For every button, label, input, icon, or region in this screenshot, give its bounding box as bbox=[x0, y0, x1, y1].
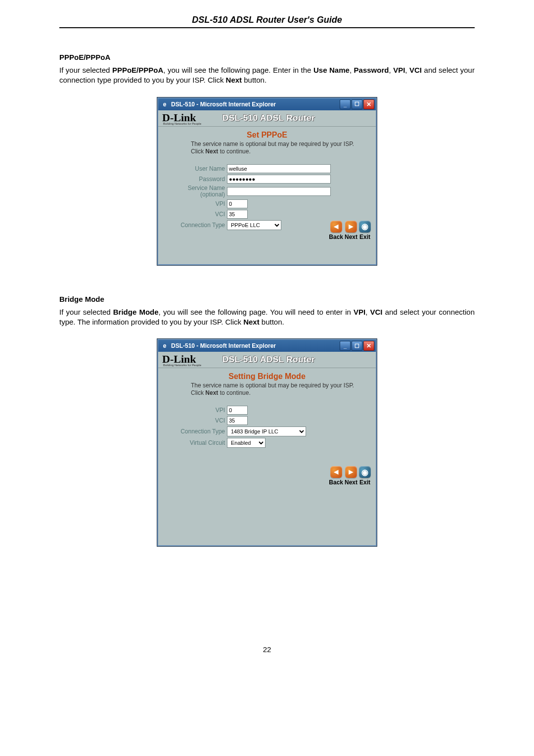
next-arrow-icon: ► bbox=[345, 466, 357, 478]
logo-row: D-Link Building Networks for People DSL-… bbox=[158, 110, 376, 127]
router-model-label: DSL-510 ADSL Router bbox=[222, 113, 315, 123]
back-button[interactable]: ◄ Back bbox=[329, 221, 343, 240]
text: button. bbox=[260, 318, 284, 326]
text: Bridge Mode bbox=[113, 308, 159, 316]
label-connection-type: Connection Type bbox=[163, 428, 227, 435]
label-service-name: Service Name (optional) bbox=[163, 185, 227, 198]
text: button. bbox=[242, 76, 267, 84]
section-pppoe-heading: PPPoE/PPPoA bbox=[59, 53, 475, 61]
text: PPPoE/PPPoA bbox=[112, 66, 163, 74]
text: to continue. bbox=[218, 148, 250, 155]
input-vpi[interactable] bbox=[227, 199, 248, 208]
window-titlebar: e DSL-510 - Microsoft Internet Explorer … bbox=[158, 340, 376, 352]
text: , bbox=[365, 308, 370, 316]
text: , you will see the following page. Enter… bbox=[163, 66, 313, 74]
text: Next bbox=[205, 148, 218, 155]
select-virtual-circuit[interactable]: Enabled bbox=[227, 438, 266, 448]
label-connection-type: Connection Type bbox=[163, 222, 227, 229]
select-connection-type[interactable]: PPPoE LLC bbox=[227, 220, 281, 230]
minimize-button[interactable]: _ bbox=[340, 99, 351, 109]
dlink-tagline: Building Networks for People bbox=[163, 364, 201, 367]
input-vci[interactable] bbox=[227, 210, 248, 219]
next-arrow-icon: ► bbox=[345, 221, 357, 233]
maximize-button[interactable]: ☐ bbox=[352, 341, 362, 351]
text: Click bbox=[191, 389, 205, 396]
dlink-logo: D-Link bbox=[158, 353, 201, 365]
wizard-title: Setting Bridge Mode bbox=[163, 372, 371, 381]
input-vpi[interactable] bbox=[227, 406, 248, 415]
text: VCI bbox=[370, 308, 383, 316]
ie-icon: e bbox=[161, 101, 168, 108]
label-username: User Name bbox=[163, 165, 227, 172]
next-label: Next bbox=[345, 234, 357, 240]
exit-button[interactable]: ◉ Exit bbox=[359, 466, 371, 486]
text: VCI bbox=[409, 66, 422, 74]
close-button[interactable]: ✕ bbox=[363, 99, 374, 109]
label-vpi: VPI bbox=[163, 200, 227, 207]
logo-row: D-Link Building Networks for People DSL-… bbox=[158, 352, 376, 368]
text: The service name is optional but may be … bbox=[191, 382, 354, 389]
window-titlebar: e DSL-510 - Microsoft Internet Explorer … bbox=[158, 98, 376, 110]
input-password[interactable] bbox=[227, 175, 331, 184]
exit-label: Exit bbox=[359, 234, 370, 240]
back-label: Back bbox=[329, 479, 343, 486]
screenshot-pppoe-window: e DSL-510 - Microsoft Internet Explorer … bbox=[157, 97, 377, 265]
next-button[interactable]: ► Next bbox=[345, 221, 357, 240]
router-model-label: DSL-510 ADSL Router bbox=[222, 355, 315, 365]
label-password: Password bbox=[163, 176, 227, 183]
minimize-button[interactable]: _ bbox=[340, 341, 351, 351]
exit-icon: ◉ bbox=[359, 221, 371, 233]
doc-header-title: DSL-510 ADSL Router User's Guide bbox=[59, 15, 475, 25]
label-vci: VCI bbox=[163, 211, 227, 218]
text: , bbox=[350, 66, 354, 74]
text: Use Name bbox=[313, 66, 350, 74]
text: Next bbox=[243, 318, 260, 326]
text: The service name is optional but may be … bbox=[191, 141, 354, 147]
page-number: 22 bbox=[59, 645, 475, 654]
ie-icon: e bbox=[161, 342, 168, 349]
text: VPI bbox=[354, 308, 365, 316]
text: , bbox=[405, 66, 409, 74]
text: Click bbox=[191, 148, 205, 155]
text: Next bbox=[226, 76, 242, 84]
label-vci: VCI bbox=[163, 417, 227, 424]
close-button[interactable]: ✕ bbox=[363, 341, 374, 351]
text: to continue. bbox=[218, 389, 250, 396]
exit-icon: ◉ bbox=[359, 466, 371, 478]
wizard-instruction: The service name is optional but may be … bbox=[191, 382, 371, 397]
text: If your selected bbox=[59, 308, 113, 316]
wizard-title: Set PPPoE bbox=[163, 131, 371, 140]
label-vpi: VPI bbox=[163, 407, 227, 414]
exit-label: Exit bbox=[359, 479, 370, 486]
text: , bbox=[389, 66, 393, 74]
header-rule bbox=[59, 27, 475, 28]
text: If your selected bbox=[59, 66, 112, 74]
exit-button[interactable]: ◉ Exit bbox=[359, 221, 371, 240]
section-pppoe-paragraph: If your selected PPPoE/PPPoA, you will s… bbox=[59, 65, 475, 86]
text: Password bbox=[354, 66, 389, 74]
back-arrow-icon: ◄ bbox=[330, 221, 342, 233]
dlink-logo: D-Link bbox=[158, 111, 201, 123]
screenshot-bridge-window: e DSL-510 - Microsoft Internet Explorer … bbox=[157, 339, 377, 546]
text: , you will see the following page. You w… bbox=[159, 308, 354, 316]
select-connection-type[interactable]: 1483 Bridge IP LLC bbox=[227, 426, 306, 436]
dlink-tagline: Building Networks for People bbox=[163, 122, 201, 125]
back-arrow-icon: ◄ bbox=[330, 466, 342, 478]
section-bridge-heading: Bridge Mode bbox=[59, 295, 475, 303]
input-username[interactable] bbox=[227, 164, 331, 173]
back-button[interactable]: ◄ Back bbox=[329, 466, 343, 486]
input-vci[interactable] bbox=[227, 416, 248, 425]
next-label: Next bbox=[345, 479, 357, 486]
maximize-button[interactable]: ☐ bbox=[352, 99, 362, 109]
text: Next bbox=[205, 389, 218, 396]
back-label: Back bbox=[329, 234, 343, 240]
section-bridge-paragraph: If your selected Bridge Mode, you will s… bbox=[59, 307, 475, 328]
window-title: DSL-510 - Microsoft Internet Explorer bbox=[171, 342, 276, 349]
next-button[interactable]: ► Next bbox=[345, 466, 357, 486]
label-virtual-circuit: Virtual Circuit bbox=[163, 439, 227, 446]
wizard-instruction: The service name is optional but may be … bbox=[191, 141, 371, 155]
input-service-name[interactable] bbox=[227, 187, 331, 196]
text: VPI bbox=[393, 66, 405, 74]
window-title: DSL-510 - Microsoft Internet Explorer bbox=[171, 101, 276, 108]
